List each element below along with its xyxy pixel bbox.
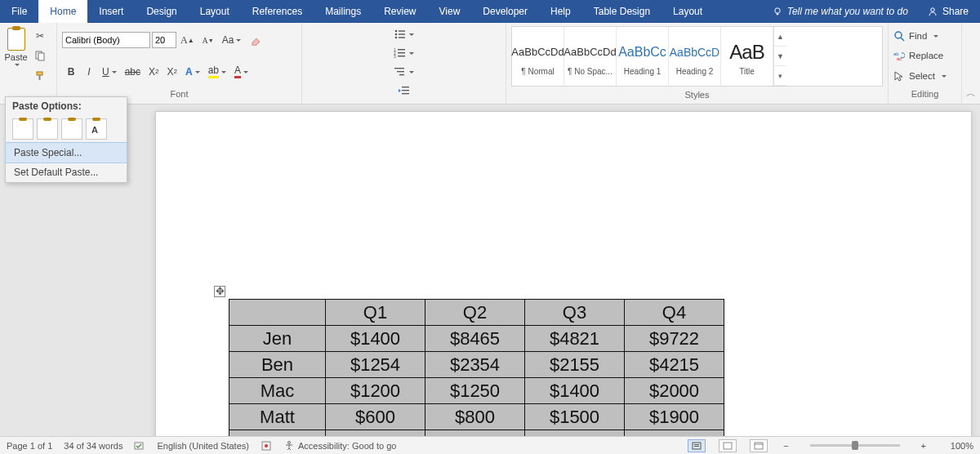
gallery-up[interactable]: ▲: [774, 27, 786, 47]
font-size-combo[interactable]: [152, 32, 176, 48]
styles-gallery[interactable]: AaBbCcDd¶ NormalAaBbCcDd¶ No Spac...AaBb…: [511, 26, 883, 87]
table-cell[interactable]: $4215: [625, 352, 724, 378]
menu-tab-developer[interactable]: Developer: [471, 0, 539, 23]
style-heading-1[interactable]: AaBbCcHeading 1: [617, 27, 669, 86]
strike-button[interactable]: abc: [122, 63, 144, 81]
style--no-spac-[interactable]: AaBbCcDd¶ No Spac...: [564, 27, 617, 86]
grow-font-button[interactable]: A▲: [177, 31, 198, 49]
table-cell[interactable]: $8465: [425, 326, 525, 352]
font-name-combo[interactable]: [62, 32, 150, 48]
table-cell[interactable]: $2354: [425, 352, 525, 378]
language-status[interactable]: English (United States): [157, 441, 249, 451]
style-heading-2[interactable]: AaBbCcDHeading 2: [669, 27, 721, 86]
table-cell[interactable]: $1500: [525, 404, 625, 430]
menu-tab-layout[interactable]: Layout: [189, 0, 241, 23]
style-title[interactable]: AaBTitle: [721, 27, 773, 86]
menu-tab-references[interactable]: References: [241, 0, 314, 23]
share-button[interactable]: Share: [916, 0, 980, 23]
style--normal[interactable]: AaBbCcDd¶ Normal: [512, 27, 564, 86]
menu-tab-table-design[interactable]: Table Design: [582, 0, 662, 23]
table-cell[interactable]: Jen: [229, 326, 326, 352]
clear-format-button[interactable]: [246, 31, 265, 49]
table-cell[interactable]: $1200: [326, 378, 425, 404]
paste-button[interactable]: Paste: [6, 25, 26, 87]
bullets-button[interactable]: [308, 25, 500, 43]
gallery-down[interactable]: ▼: [774, 47, 786, 66]
table-cell[interactable]: Alice: [229, 430, 326, 437]
data-table[interactable]: Q1Q2Q3Q4Jen$1400$8465$4821$9722Ben$1254$…: [229, 299, 724, 436]
find-button[interactable]: Find: [893, 27, 956, 45]
table-cell[interactable]: $1400: [326, 326, 425, 352]
change-case-button[interactable]: Aa: [219, 31, 245, 49]
table-header-cell[interactable]: Q3: [525, 300, 625, 326]
web-layout-view-button[interactable]: [750, 439, 768, 452]
format-painter-button[interactable]: [29, 67, 51, 85]
menu-tab-view[interactable]: View: [428, 0, 472, 23]
paste-keep-source-icon[interactable]: [12, 118, 33, 140]
table-cell[interactable]: $1658: [525, 430, 625, 437]
zoom-level[interactable]: 100%: [941, 441, 973, 451]
zoom-slider-thumb[interactable]: [852, 441, 858, 450]
spellcheck-icon[interactable]: [134, 440, 145, 452]
copy-button[interactable]: [29, 47, 51, 65]
table-header-cell[interactable]: Q1: [326, 300, 425, 326]
table-cell[interactable]: $1246: [425, 430, 525, 437]
table-header-cell[interactable]: Q4: [625, 300, 724, 326]
table-cell[interactable]: $1254: [326, 352, 425, 378]
table-cell[interactable]: $600: [326, 404, 425, 430]
gallery-more[interactable]: ▾: [774, 66, 786, 86]
table-cell[interactable]: $2155: [525, 352, 625, 378]
menu-tab-review[interactable]: Review: [372, 0, 427, 23]
text-effects-button[interactable]: A: [182, 63, 203, 81]
zoom-out-button[interactable]: −: [780, 441, 791, 451]
shrink-font-button[interactable]: A▼: [199, 31, 217, 49]
table-move-handle[interactable]: ✥: [214, 286, 225, 297]
set-default-paste-item[interactable]: Set Default Paste...: [6, 162, 127, 182]
table-cell[interactable]: Matt: [229, 404, 326, 430]
word-count-status[interactable]: 34 of 34 words: [64, 441, 122, 451]
bold-button[interactable]: B: [63, 63, 79, 81]
menu-tab-mailings[interactable]: Mailings: [314, 0, 372, 23]
font-color-button[interactable]: A: [231, 63, 252, 81]
macro-icon[interactable]: [261, 440, 272, 452]
collapse-ribbon-button[interactable]: ︿: [962, 23, 980, 104]
menu-tab-insert[interactable]: Insert: [87, 0, 135, 23]
print-layout-view-button[interactable]: [688, 439, 706, 452]
paste-merge-icon[interactable]: [37, 118, 58, 140]
subscript-button[interactable]: X2: [145, 63, 162, 81]
zoom-slider[interactable]: [810, 444, 900, 447]
italic-button[interactable]: I: [81, 63, 97, 81]
document-area[interactable]: ✥ Q1Q2Q3Q4Jen$1400$8465$4821$9722Ben$125…: [0, 105, 980, 436]
tell-me[interactable]: Tell me what you want to do: [764, 0, 916, 23]
highlight-button[interactable]: ab: [205, 63, 229, 81]
table-cell[interactable]: $2000: [625, 378, 724, 404]
table-header-cell[interactable]: [229, 300, 326, 326]
replace-button[interactable]: abac Replace: [893, 47, 956, 65]
table-cell[interactable]: $852: [326, 430, 425, 437]
table-cell[interactable]: Mac: [229, 378, 326, 404]
table-cell[interactable]: $1250: [425, 378, 525, 404]
numbering-button[interactable]: 123: [308, 44, 500, 62]
paste-special-item[interactable]: Paste Special...: [5, 142, 127, 163]
cut-button[interactable]: ✂: [29, 27, 51, 45]
menu-tab-home[interactable]: Home: [38, 0, 87, 23]
zoom-in-button[interactable]: +: [918, 441, 929, 451]
table-cell[interactable]: $1400: [525, 378, 625, 404]
table-cell[interactable]: $800: [425, 404, 525, 430]
table-cell[interactable]: $9722: [625, 326, 724, 352]
accessibility-status[interactable]: Accessibility: Good to go: [283, 440, 396, 452]
page-number-status[interactable]: Page 1 of 1: [7, 441, 52, 451]
menu-tab-help[interactable]: Help: [539, 0, 582, 23]
table-cell[interactable]: Ben: [229, 352, 326, 378]
table-cell[interactable]: $2149: [625, 430, 724, 437]
read-mode-view-button[interactable]: [719, 439, 737, 452]
paste-picture-icon[interactable]: [61, 118, 82, 140]
multilevel-button[interactable]: [308, 63, 500, 81]
table-cell[interactable]: $1900: [625, 404, 724, 430]
select-button[interactable]: Select: [893, 67, 956, 85]
table-header-cell[interactable]: Q2: [425, 300, 525, 326]
menu-tab-design[interactable]: Design: [135, 0, 188, 23]
underline-button[interactable]: U: [99, 63, 120, 81]
table-cell[interactable]: $4821: [525, 326, 625, 352]
superscript-button[interactable]: X2: [164, 63, 180, 81]
